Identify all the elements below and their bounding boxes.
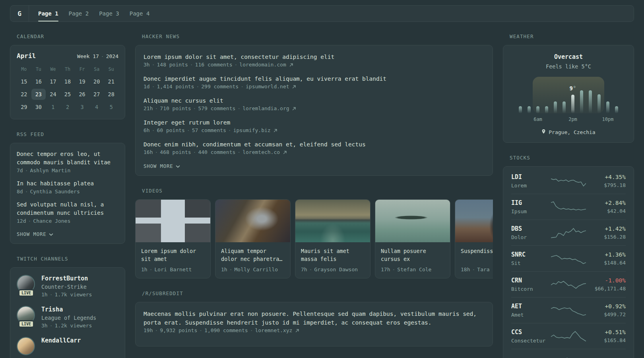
twitch-card: LIVE ForrestBurton Counter-Strike 1h·1.7… xyxy=(10,267,125,358)
twitch-channel-name[interactable]: ForrestBurton xyxy=(41,275,92,282)
stock-name: Lorem xyxy=(511,183,551,189)
tab-page-3[interactable]: Page 3 xyxy=(99,6,119,21)
tab-page-1[interactable]: Page 1 xyxy=(38,6,58,21)
weather-time-label xyxy=(525,117,533,122)
hn-item-domain-link[interactable]: loremdomain.com xyxy=(239,62,286,68)
hn-item-meta: 16h·468 points·440 comments·loremtech.co xyxy=(144,149,485,155)
hn-item-meta: 6h·60 points·57 comments·ipsumify.biz xyxy=(144,127,485,133)
hn-item-comments-link[interactable]: 57 comments xyxy=(192,127,226,133)
hn-item-title[interactable]: Integer eget rutrum lorem xyxy=(144,118,485,127)
video-meta: 17h·Stefan Cole xyxy=(381,267,444,272)
stock-ticker[interactable]: AET xyxy=(511,303,551,310)
hn-item-title[interactable]: Donec enim nibh, condimentum et accumsan… xyxy=(144,140,485,149)
hn-show-more-button[interactable]: SHOW MORE xyxy=(144,163,180,169)
calendar-header: April Week 17·2024 xyxy=(17,52,118,60)
hn-item: Aliquam nec cursus elit 21h·710 points·5… xyxy=(144,96,485,111)
stock-ticker[interactable]: CCS xyxy=(511,329,551,336)
weather-widget: WEATHER Overcast Feels like 5°C 9° 6am2p… xyxy=(503,33,634,143)
weather-bar xyxy=(580,90,583,113)
twitch-channel-name[interactable]: Trisha xyxy=(41,306,96,313)
hn-item-domain-link[interactable]: ipsumworld.net xyxy=(246,84,289,90)
reddit-post-title[interactable]: Maecenas mollis pulvinar erat non posuer… xyxy=(144,309,485,327)
video-thumbnail[interactable] xyxy=(136,200,210,242)
reddit-post-domain-link[interactable]: loremnet.xyz xyxy=(255,327,292,333)
separator: · xyxy=(25,189,28,195)
hn-item-comments-link[interactable]: 440 comments xyxy=(198,149,235,155)
video-thumbnail[interactable] xyxy=(295,200,370,242)
app-logo[interactable]: G xyxy=(10,6,29,21)
weather-bar-column xyxy=(612,106,621,113)
calendar-day-next-month: 4 xyxy=(89,101,104,113)
weather-time-label xyxy=(516,117,525,122)
video-card: Lorem ipsum dolor sit amet consectetu… 1… xyxy=(135,199,211,278)
rss-item-author: Ashlyn Martin xyxy=(30,167,70,173)
rss-item-title[interactable]: Sed volutpat nulla nisl, a condimentum n… xyxy=(17,200,118,217)
stock-sparkline xyxy=(551,200,586,214)
reddit-post-comments-link[interactable]: 1,090 comments xyxy=(204,327,248,333)
video-time: 1h xyxy=(141,267,147,272)
hn-item-title[interactable]: Donec imperdiet augue tincidunt felis al… xyxy=(144,74,485,83)
hn-item-title[interactable]: Aliquam nec cursus elit xyxy=(144,96,485,105)
tab-page-2[interactable]: Page 2 xyxy=(69,6,89,21)
hn-item-domain-link[interactable]: ipsumify.biz xyxy=(233,127,271,133)
calendar-day-selected: 23 xyxy=(31,89,46,100)
stock-ticker[interactable]: IIG xyxy=(511,199,551,206)
hn-item: Integer eget rutrum lorem 6h·60 points·5… xyxy=(144,118,485,133)
weather-bar-column xyxy=(586,90,595,113)
calendar-day: 17 xyxy=(46,76,60,87)
stock-ticker[interactable]: SNRC xyxy=(511,251,551,258)
twitch-channel-name[interactable]: KendallCarr xyxy=(41,337,81,344)
video-thumbnail[interactable] xyxy=(375,200,450,242)
stocks-widget: STOCKS LDILorem +4.35%$795.18 IIGIpsum +… xyxy=(503,155,634,358)
calendar-day: 21 xyxy=(104,76,118,87)
video-title[interactable]: Nullam posuere cursus ex xyxy=(381,247,444,263)
video-title[interactable]: Aliquam tempor dolor nec pharetra… xyxy=(221,247,285,263)
dashboard-page: G Page 1 Page 2 Page 3 Page 4 CALENDAR A… xyxy=(10,5,634,358)
weather-location: Prague, Czechia xyxy=(510,129,627,135)
reddit-post-time: 19h xyxy=(144,327,153,333)
stock-sparkline xyxy=(551,226,586,239)
twitch-channel-category[interactable]: League of Legends xyxy=(41,315,96,321)
rss-item-title[interactable]: In hac habitasse platea xyxy=(17,179,118,188)
stock-ticker[interactable]: DBS xyxy=(511,225,551,232)
video-title[interactable]: Lorem ipsum dolor sit amet consectetu… xyxy=(141,247,205,263)
stock-values: +4.35%$795.18 xyxy=(586,174,626,188)
hn-item-comments-link[interactable]: 299 comments xyxy=(201,84,239,90)
twitch-viewers: 1.7k viewers xyxy=(54,292,92,298)
weather-chart-wrap: 9° 6am2pm10pm xyxy=(516,77,621,122)
video-title[interactable]: Mauris sit amet massa felis xyxy=(301,247,365,263)
avatar[interactable] xyxy=(17,337,35,355)
rss-item: In hac habitasse platea 8d·Cynthia Saund… xyxy=(17,179,118,195)
video-thumbnail[interactable] xyxy=(455,200,493,242)
rss-item-title[interactable]: Donec tempor eros leo, ut commodo mauris… xyxy=(17,150,118,167)
rss-item-author: Cynthia Saunders xyxy=(30,189,80,195)
weekday-label: Su xyxy=(104,66,118,72)
calendar-day: 18 xyxy=(60,76,75,87)
calendar-day: 28 xyxy=(104,89,118,100)
separator: · xyxy=(309,267,312,272)
hn-item-domain-link[interactable]: loremlandia.org xyxy=(242,105,289,111)
hn-item-points: 1,414 points xyxy=(157,84,194,90)
weather-bar-column xyxy=(533,106,542,113)
hn-item-title[interactable]: Lorem ipsum dolor sit amet, consectetur … xyxy=(144,53,485,61)
right-column: WEATHER Overcast Feels like 5°C 9° 6am2p… xyxy=(503,33,634,358)
calendar-weekday-row: Mo Tu We Th Fr Sa Su xyxy=(17,66,118,72)
rss-show-more-button[interactable]: SHOW MORE xyxy=(17,231,53,237)
video-thumbnail[interactable] xyxy=(215,200,290,242)
video-title[interactable]: Suspendisse diam xyxy=(461,247,493,263)
stock-ticker[interactable]: CRN xyxy=(511,277,551,284)
hn-item-meta: 1d·1,414 points·299 comments·ipsumworld.… xyxy=(144,84,485,90)
hn-item-domain-link[interactable]: loremtech.co xyxy=(242,149,280,155)
weather-bar-column xyxy=(560,101,568,113)
hn-item-comments-link[interactable]: 116 comments xyxy=(195,62,233,68)
hn-item-comments-link[interactable]: 579 comments xyxy=(198,105,235,111)
weather-bar-column xyxy=(595,94,603,113)
tab-page-4[interactable]: Page 4 xyxy=(130,6,150,21)
weather-time-label: 6am xyxy=(533,117,542,122)
twitch-channel-meta: 1h·1.7k viewers xyxy=(41,292,92,298)
twitch-channel-info: KendallCarr xyxy=(41,337,81,356)
stock-ticker[interactable]: LDI xyxy=(511,173,551,181)
twitch-channel-category[interactable]: Counter-Strike xyxy=(41,284,92,290)
stock-id: AETAmet xyxy=(511,303,551,318)
video-author: Tara xyxy=(477,267,489,272)
